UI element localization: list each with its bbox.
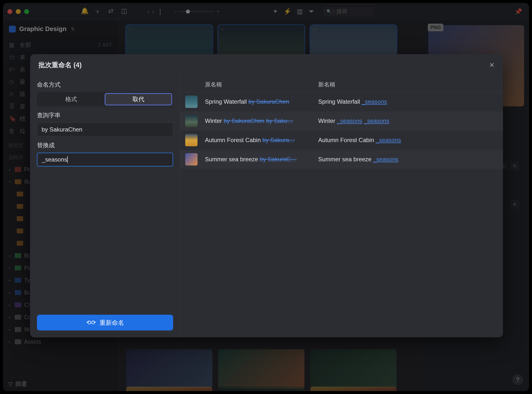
tab-replace[interactable]: 取代 bbox=[105, 93, 172, 105]
modal-title: 批次重命名 (4) bbox=[38, 61, 82, 69]
modal-body: 命名方式 格式 取代 查詢字串 替換成 _seasons ⟲⟳ 重新命名 bbox=[30, 76, 503, 337]
rename-button[interactable]: ⟲⟳ 重新命名 bbox=[37, 315, 173, 330]
new-name: Winter _seasons _seasons bbox=[318, 117, 493, 124]
app-window: 🔔 ＋ ⇄ ◫ ‹ › | − ＋ ✦ ⚡ ▥ ⏷ 🔍 bbox=[3, 3, 529, 391]
old-name: Summer sea breeze by SakuraC… bbox=[205, 156, 318, 163]
preview-row: Summer sea breeze by SakuraC… Summer sea… bbox=[180, 150, 503, 169]
row-thumb bbox=[185, 153, 198, 165]
rename-icon: ⟲⟳ bbox=[86, 319, 96, 326]
col-old: 原名稱 bbox=[205, 81, 318, 88]
method-label: 命名方式 bbox=[37, 81, 173, 89]
preview-row: Autumn Forest Cabin by Sakura… Autumn Fo… bbox=[180, 131, 503, 150]
new-name: Spring Waterfall _seasons bbox=[318, 98, 493, 105]
find-label: 查詢字串 bbox=[37, 111, 173, 119]
text-caret bbox=[67, 156, 68, 163]
row-thumb bbox=[185, 134, 198, 146]
preview-row: Winter by SakuraChen by Saku… Winter _se… bbox=[180, 111, 503, 131]
new-name: Summer sea breeze _seasons bbox=[318, 156, 493, 163]
row-thumb bbox=[185, 115, 198, 127]
preview-row: Spring Waterfall by SakuraChen Spring Wa… bbox=[180, 92, 503, 111]
old-name: Autumn Forest Cabin by Sakura… bbox=[205, 137, 318, 144]
replace-field[interactable]: _seasons bbox=[37, 153, 173, 166]
old-name: Winter by SakuraChen by Saku… bbox=[205, 117, 318, 124]
modal-left-panel: 命名方式 格式 取代 查詢字串 替換成 _seasons ⟲⟳ 重新命名 bbox=[30, 76, 180, 337]
new-name: Autumn Forest Cabin _seasons bbox=[318, 137, 493, 144]
modal-header: 批次重命名 (4) ✕ bbox=[30, 54, 503, 76]
find-field[interactable] bbox=[37, 123, 173, 136]
preview-rows: Spring Waterfall by SakuraChen Spring Wa… bbox=[180, 92, 503, 337]
row-thumb bbox=[185, 96, 198, 108]
tab-format[interactable]: 格式 bbox=[38, 93, 105, 105]
replace-input-text: _seasons bbox=[42, 156, 67, 163]
method-segmented: 格式 取代 bbox=[37, 92, 173, 106]
modal-right-panel: 原名稱 新名稱 Spring Waterfall by SakuraChen S… bbox=[180, 76, 503, 337]
batch-rename-modal: 批次重命名 (4) ✕ 命名方式 格式 取代 查詢字串 替換成 _seasons bbox=[30, 54, 503, 337]
find-input[interactable] bbox=[42, 126, 168, 133]
old-name: Spring Waterfall by SakuraChen bbox=[205, 98, 318, 105]
col-new: 新名稱 bbox=[318, 81, 493, 88]
rename-button-label: 重新命名 bbox=[100, 319, 124, 327]
close-icon[interactable]: ✕ bbox=[489, 61, 495, 69]
preview-columns: 原名稱 新名稱 bbox=[180, 76, 503, 92]
replace-label: 替換成 bbox=[37, 141, 173, 149]
